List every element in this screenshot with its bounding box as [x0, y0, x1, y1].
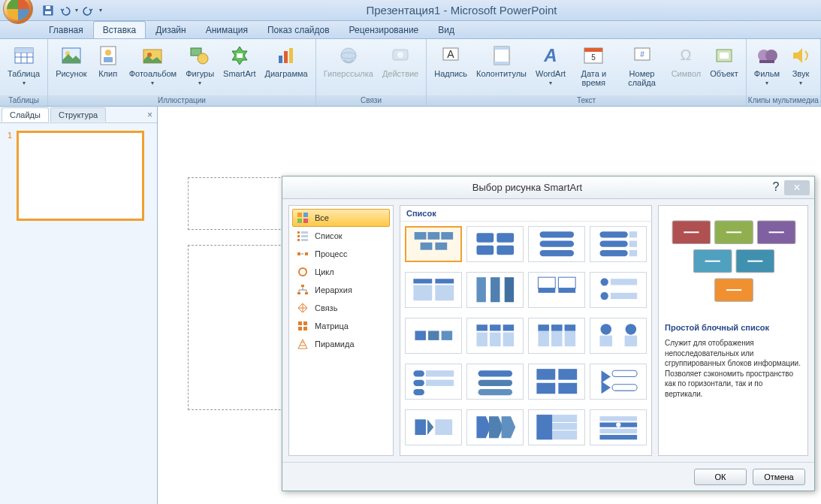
svg-point-25	[397, 52, 403, 58]
gallery-item[interactable]	[466, 364, 524, 400]
album-button[interactable]: Фотоальбом ▾	[126, 42, 180, 88]
group-media: Фильм ▾ Звук ▾ Клипы мультимедиа	[747, 39, 821, 106]
wordart-button[interactable]: A WordArt ▾	[533, 42, 569, 88]
chart-button[interactable]: Диаграмма	[262, 42, 311, 80]
title-bar: ▾ ▾ Презентация1 - Microsoft PowerPoint	[0, 0, 821, 21]
chevron-down-icon: ▾	[765, 80, 768, 86]
tab-outline[interactable]: Структура	[50, 107, 106, 122]
svg-rect-19	[279, 56, 282, 63]
tab-insert[interactable]: Вставка	[93, 21, 146, 38]
category-pyramid[interactable]: Пирамида	[292, 335, 390, 353]
tab-review[interactable]: Рецензирование	[340, 21, 429, 38]
gallery-item[interactable]	[590, 226, 647, 262]
gallery-item[interactable]	[590, 364, 647, 400]
svg-rect-21	[289, 48, 293, 63]
category-list[interactable]: Список	[292, 227, 390, 245]
hyperlink-button[interactable]: Гиперссылка	[321, 42, 376, 80]
process-icon	[297, 248, 309, 260]
help-icon[interactable]: ?	[768, 180, 784, 195]
undo-icon[interactable]	[59, 5, 71, 17]
svg-rect-45	[297, 219, 302, 223]
headerfooter-button[interactable]: Колонтитулы	[473, 42, 530, 80]
tab-slides[interactable]: Слайды	[2, 107, 49, 122]
chart-icon	[274, 44, 298, 68]
gallery-item[interactable]	[466, 318, 524, 354]
symbol-button[interactable]: Ω Символ	[669, 42, 705, 80]
cycle-icon	[297, 266, 309, 278]
gallery-item[interactable]	[528, 409, 585, 445]
svg-rect-62	[303, 327, 307, 330]
svg-rect-100	[441, 331, 451, 340]
gallery-item[interactable]	[590, 272, 647, 308]
ok-button[interactable]: ОК	[694, 469, 747, 485]
cancel-button[interactable]: Отмена	[753, 469, 805, 485]
shapes-button[interactable]: Фигуры ▾	[183, 42, 217, 88]
slidenum-button[interactable]: # Номер слайда	[618, 42, 665, 89]
gallery-item[interactable]	[405, 409, 462, 445]
save-icon[interactable]	[42, 5, 54, 17]
svg-rect-122	[478, 371, 512, 377]
category-relationship[interactable]: Связь	[292, 299, 390, 317]
action-button[interactable]: Действие	[379, 42, 421, 80]
group-text: A Надпись Колонтитулы A WordArt ▾ 5 Дата…	[427, 39, 747, 106]
gallery-item[interactable]	[405, 318, 462, 354]
svg-point-141	[616, 423, 620, 427]
gallery-item[interactable]	[466, 272, 524, 308]
datetime-button[interactable]: 5 Дата и время	[572, 42, 615, 89]
close-panel-icon[interactable]: ×	[147, 110, 152, 120]
category-process[interactable]: Процесс	[292, 245, 390, 263]
textbox-button[interactable]: A Надпись	[431, 42, 470, 80]
category-all[interactable]: Все	[292, 209, 390, 227]
tab-home[interactable]: Главная	[39, 21, 93, 38]
tab-view[interactable]: Вид	[428, 21, 464, 38]
gallery-item[interactable]	[466, 226, 524, 262]
object-button[interactable]: Объект	[707, 42, 741, 80]
svg-rect-134	[536, 415, 552, 439]
gallery-item[interactable]	[528, 364, 585, 400]
picture-icon	[59, 44, 83, 68]
gallery-item[interactable]	[528, 272, 585, 308]
redo-icon[interactable]	[83, 5, 95, 17]
svg-rect-103	[490, 325, 500, 331]
gallery-grid[interactable]	[400, 222, 651, 455]
gallery-item[interactable]	[528, 318, 585, 354]
gallery-item[interactable]	[590, 409, 647, 445]
table-button[interactable]: Таблица ▾	[5, 42, 43, 88]
undo-dropdown-icon[interactable]: ▾	[75, 7, 78, 14]
category-cycle[interactable]: Цикл	[292, 263, 390, 281]
svg-point-12	[105, 50, 111, 56]
tab-animation[interactable]: Анимация	[196, 21, 258, 38]
clip-button[interactable]: Клип	[93, 42, 123, 80]
gallery-panel: Список	[400, 205, 652, 456]
svg-rect-20	[284, 51, 288, 63]
tab-slideshow[interactable]: Показ слайдов	[258, 21, 340, 38]
svg-rect-79	[599, 241, 627, 247]
sound-button[interactable]: Звук ▾	[786, 42, 816, 88]
svg-rect-60	[303, 321, 307, 325]
preview-description: Служит для отображения непоследовательны…	[665, 338, 801, 399]
smartart-button[interactable]: SmartArt	[220, 42, 258, 80]
category-matrix[interactable]: Матрица	[292, 317, 390, 335]
gallery-item[interactable]	[405, 364, 462, 400]
tab-design[interactable]: Дизайн	[146, 21, 195, 38]
svg-rect-101	[476, 325, 487, 331]
symbol-icon: Ω	[674, 44, 698, 68]
gallery-item[interactable]	[466, 409, 524, 445]
movie-button[interactable]: Фильм ▾	[751, 42, 783, 88]
gallery-item[interactable]	[590, 318, 647, 354]
svg-rect-121	[413, 389, 424, 395]
category-hierarchy[interactable]: Иерархия	[292, 281, 390, 299]
gallery-item[interactable]	[528, 226, 585, 262]
svg-rect-50	[301, 235, 308, 237]
gallery-item[interactable]	[405, 272, 462, 308]
ribbon-tabs: Главная Вставка Дизайн Анимация Показ сл…	[0, 21, 821, 39]
close-icon[interactable]: ×	[784, 180, 810, 195]
gallery-item[interactable]	[405, 226, 462, 262]
slide-thumbnail[interactable]	[17, 131, 144, 221]
office-button[interactable]	[3, 0, 33, 24]
svg-rect-48	[301, 231, 308, 234]
textbox-icon: A	[439, 44, 463, 68]
svg-rect-57	[297, 292, 300, 294]
dialog-titlebar: Выбор рисунка SmartArt ? ×	[282, 177, 814, 199]
picture-button[interactable]: Рисунок	[53, 42, 90, 80]
